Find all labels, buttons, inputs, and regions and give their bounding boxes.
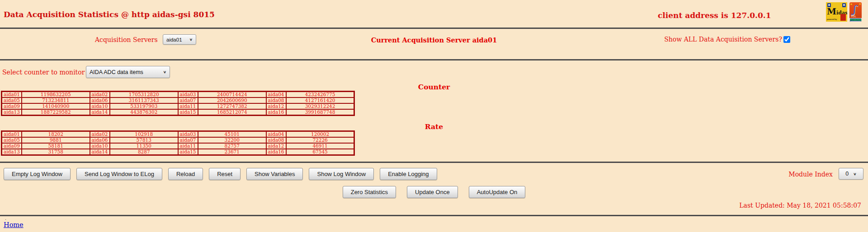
show-variables-button[interactable]: Show Variables — [246, 168, 303, 180]
counter-type-select[interactable]: AIDA ADC data items ∨ — [86, 66, 170, 78]
counter-label-cell: aida10 — [90, 103, 110, 109]
reload-button[interactable]: Reload — [168, 168, 203, 180]
rate-value-cell: 72226 — [286, 137, 354, 143]
counter-label-cell: aida05 — [2, 97, 22, 103]
counter-row: aida05713234811aida063161137343aida07204… — [2, 97, 354, 103]
rate-label-cell: aida06 — [90, 137, 110, 143]
divider — [0, 162, 868, 163]
rate-label-cell: aida13 — [2, 149, 22, 155]
rate-label-cell: aida04 — [266, 131, 286, 138]
counter-label-cell: aida01 — [2, 92, 22, 98]
rate-value-cell: 58181 — [22, 143, 90, 149]
rate-label-cell: aida08 — [266, 137, 286, 143]
counter-value-cell: 2042600690 — [198, 97, 266, 103]
page-title: Data Acquisition Statistics @ http aidas… — [4, 10, 215, 19]
rate-label-cell: aida12 — [266, 143, 286, 149]
counter-monitor-label: Select counter to monitor — [2, 69, 85, 76]
client-address-text: client address is 127.0.0.1 — [658, 11, 771, 20]
counter-label-cell: aida13 — [2, 109, 22, 116]
divider — [0, 215, 868, 216]
module-index-select[interactable]: 0 ∨ — [839, 168, 863, 180]
counter-table: aida011198632205aida021705312820aida0324… — [1, 91, 355, 116]
rate-value-cell: 67545 — [286, 149, 354, 155]
rate-label-cell: aida05 — [2, 137, 22, 143]
counter-label-cell: aida06 — [90, 97, 110, 103]
rate-label-cell: aida16 — [266, 149, 286, 155]
tcl-powered-text: POWERED — [849, 18, 862, 22]
stray-dot-text: . — [5, 217, 6, 220]
counter-label-cell: aida02 — [90, 92, 110, 98]
home-link[interactable]: Home — [4, 221, 24, 228]
counter-value-cell: 4127161420 — [286, 97, 354, 103]
tcl-feather-icon: ʃ — [853, 4, 858, 15]
send-log-window-to-elog-button[interactable]: Send Log Window to ELog — [76, 168, 162, 180]
rate-label-cell: aida11 — [178, 143, 198, 149]
tcl-quote-mark: ❞ — [859, 3, 861, 7]
reset-button[interactable]: Reset — [209, 168, 241, 180]
counter-label-cell: aida11 — [178, 103, 198, 109]
rate-label-cell: aida03 — [178, 131, 198, 138]
rate-row: aida059881aida0657813aida0732200aida0872… — [2, 137, 354, 143]
show-log-window-button[interactable]: Show Log Window — [309, 168, 374, 180]
counter-value-cell: 3029312242 — [286, 103, 354, 109]
rate-row: aida0118202aida02102918aida0345101aida04… — [2, 131, 354, 138]
chevron-down-icon: ∨ — [853, 172, 856, 176]
counter-value-cell: 533197903 — [110, 103, 178, 109]
counter-value-cell: 1705312820 — [110, 92, 178, 98]
tcl-logo-text: TCL — [851, 15, 856, 18]
tcl-quote-mark: ❝ — [850, 3, 852, 7]
module-index-label: Module Index — [788, 171, 833, 178]
counter-type-select-value: AIDA ADC data items — [90, 69, 143, 75]
tcl-powered-logo: ❝ ❞ ʃ TCL POWERED — [849, 2, 862, 22]
counter-value-cell: 141040900 — [22, 103, 90, 109]
counter-value-cell: 4232426775 — [286, 92, 354, 98]
midas-powered-by-text: powered by — [827, 18, 837, 20]
divider — [0, 59, 868, 60]
rate-value-cell: 9881 — [22, 137, 90, 143]
counter-value-cell: 1272747382 — [198, 103, 266, 109]
rate-row: aida1331758aida148287aida1523671aida1667… — [2, 149, 354, 155]
rate-value-cell: 8287 — [110, 149, 178, 155]
update-once-button[interactable]: Update Once — [407, 186, 458, 198]
counter-row: aida011198632205aida021705312820aida0324… — [2, 92, 354, 98]
show-all-servers-checkbox[interactable] — [783, 36, 790, 43]
counter-label-cell: aida04 — [266, 92, 286, 98]
empty-log-window-button[interactable]: Empty Log Window — [4, 168, 71, 180]
rate-label-cell: aida15 — [178, 149, 198, 155]
counter-value-cell: 1887229582 — [22, 109, 90, 116]
rate-value-cell: 120002 — [286, 131, 354, 138]
rate-label-cell: aida01 — [2, 131, 22, 138]
counter-heading: Counter — [0, 83, 868, 91]
counter-label-cell: aida16 — [266, 109, 286, 116]
header-logos: Midas powered by ❝ ❞ ʃ TCL POWERED — [826, 2, 862, 22]
counter-row: aida09141040900aida10533197903aida111272… — [2, 103, 354, 109]
midas-mini-red-logo — [840, 14, 846, 21]
counter-label-cell: aida08 — [266, 97, 286, 103]
counter-label-cell: aida09 — [2, 103, 22, 109]
module-index-select-value: 0 — [845, 171, 849, 177]
rate-table: aida0118202aida02102918aida0345101aida04… — [1, 130, 355, 156]
counter-value-cell: 1685212074 — [198, 109, 266, 116]
rate-value-cell: 18202 — [22, 131, 90, 138]
rate-value-cell: 46911 — [286, 143, 354, 149]
counter-value-cell: 3991687748 — [286, 109, 354, 116]
statistics-actions: Zero StatisticsUpdate OnceAutoUpdate On — [0, 186, 868, 198]
counter-label-cell: aida12 — [266, 103, 286, 109]
rate-label-cell: aida09 — [2, 143, 22, 149]
counter-value-cell: 3161137343 — [110, 97, 178, 103]
rate-value-cell: 23671 — [198, 149, 266, 155]
counter-value-cell: 713234811 — [22, 97, 90, 103]
zero-statistics-button[interactable]: Zero Statistics — [343, 186, 396, 198]
counter-value-cell: 1198632205 — [22, 92, 90, 98]
last-updated-text: Last Updated: May 18, 2021 05:58:07 — [739, 202, 861, 209]
rate-heading: Rate — [0, 122, 868, 131]
rate-value-cell: 11350 — [110, 143, 178, 149]
enable-logging-button[interactable]: Enable Logging — [380, 168, 437, 180]
counter-label-cell: aida14 — [90, 109, 110, 116]
counter-value-cell: 443876302 — [110, 109, 178, 116]
autoupdate-on-button[interactable]: AutoUpdate On — [469, 186, 526, 198]
counter-label-cell: aida15 — [178, 109, 198, 116]
divider — [0, 28, 868, 29]
rate-label-cell: aida02 — [90, 131, 110, 138]
counter-value-cell: 2400714424 — [198, 92, 266, 98]
